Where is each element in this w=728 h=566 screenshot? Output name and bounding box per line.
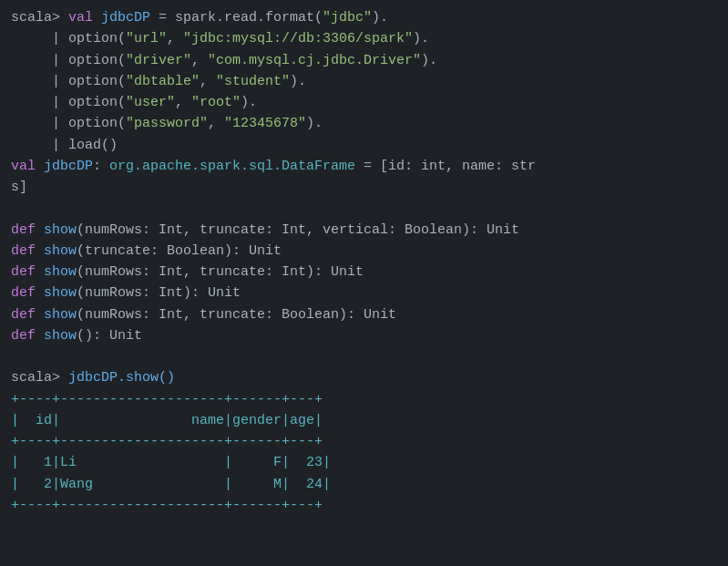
table-border-top: +----+--------------------+------+---+ bbox=[11, 389, 717, 410]
code-line-9: s] bbox=[11, 177, 717, 198]
def-show-line-6: def show(): Unit bbox=[11, 325, 717, 346]
table-border-bottom: +----+--------------------+------+---+ bbox=[11, 495, 717, 516]
code-line-1: scala> val jdbcDP = spark.read.format("j… bbox=[11, 7, 717, 28]
code-line-8: val jdbcDP: org.apache.spark.sql.DataFra… bbox=[11, 156, 717, 177]
def-show-line-4: def show(numRows: Int): Unit bbox=[11, 283, 717, 304]
table-row-2: | 2|Wang | M| 24| bbox=[11, 474, 717, 495]
table-header-border: +----+--------------------+------+---+ bbox=[11, 431, 717, 452]
prompt: scala> bbox=[11, 10, 68, 26]
code-line-7: | load() bbox=[11, 135, 717, 156]
def-show-line-1: def show(numRows: Int, truncate: Int, ve… bbox=[11, 220, 717, 241]
def-show-line-3: def show(numRows: Int, truncate: Int): U… bbox=[11, 262, 717, 283]
table-row-1: | 1|Li | F| 23| bbox=[11, 452, 717, 473]
terminal-window: scala> val jdbcDP = spark.read.format("j… bbox=[0, 0, 728, 566]
def-show-line-5: def show(numRows: Int, truncate: Boolean… bbox=[11, 304, 717, 325]
code-line-2: | option("url", "jdbc:mysql://db:3306/sp… bbox=[11, 28, 717, 49]
def-show-line-2: def show(truncate: Boolean): Unit bbox=[11, 241, 717, 262]
code-line-3: | option("driver", "com.mysql.cj.jdbc.Dr… bbox=[11, 50, 717, 71]
table-header: | id| name|gender|age| bbox=[11, 410, 717, 431]
code-line-5: | option("user", "root"). bbox=[11, 92, 717, 113]
empty-line-2 bbox=[11, 346, 717, 367]
show-command-line: scala> jdbcDP.show() bbox=[11, 367, 717, 388]
code-line-4: | option("dbtable", "student"). bbox=[11, 71, 717, 92]
code-line-6: | option("password", "12345678"). bbox=[11, 113, 717, 134]
empty-line-1 bbox=[11, 198, 717, 219]
